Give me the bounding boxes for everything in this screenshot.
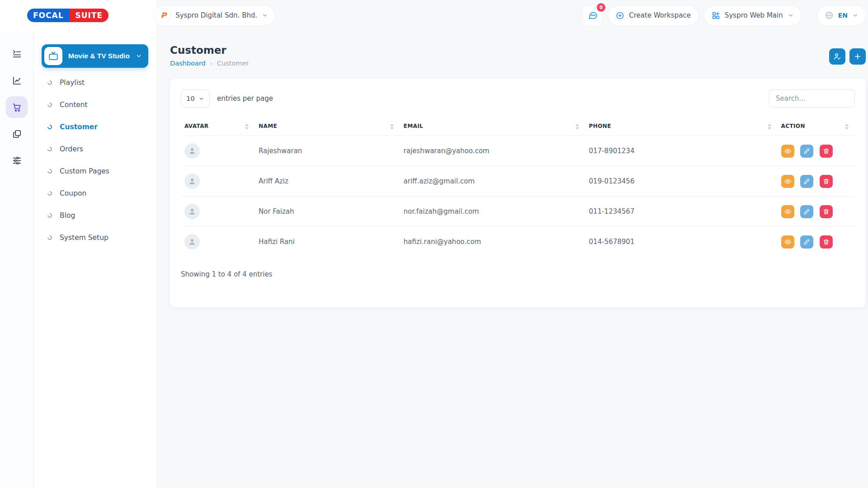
view-button[interactable] [781,175,794,188]
search-input[interactable] [769,89,855,108]
pages-icon[interactable] [6,123,28,145]
view-button[interactable] [781,145,794,158]
delete-button[interactable] [820,175,833,188]
globe-icon [825,11,834,20]
person-icon [188,207,196,216]
topbar-actions: 0 Create Workspace Syspro Web Main EN [582,5,866,26]
sidebar-item-custom-pages[interactable]: Custom Pages [42,160,148,182]
workspace-logo-icon: P [156,8,171,23]
pencil-icon [803,178,810,185]
sort-icon [768,124,771,130]
chevron-down-icon [852,12,859,19]
sidebar-item-playlist[interactable]: Playlist [42,71,148,94]
column-header-email[interactable]: EMAIL [400,118,585,136]
workspace-name: Syspro Digital Sdn. Bhd. [175,11,257,19]
app-selector[interactable]: Syspro Web Main [704,5,802,26]
customer-phone: 011-1234567 [585,197,778,227]
entries-per-page-label: entries per page [217,94,273,103]
delete-button[interactable] [820,235,833,249]
avatar [184,234,200,249]
edit-button[interactable] [800,175,813,188]
bullet-icon [47,234,53,240]
view-button[interactable] [781,205,794,218]
view-button[interactable] [781,235,794,249]
eye-icon [784,208,791,215]
column-header-name[interactable]: NAME [255,118,400,136]
edit-button[interactable] [800,205,813,218]
workspace-selector[interactable]: P Syspro Digital Sdn. Bhd. [153,5,275,26]
sidebar-item-system-setup[interactable]: System Setup [42,226,148,249]
sort-icon [390,124,394,130]
page-actions [829,48,866,65]
analytics-icon[interactable] [6,70,28,91]
playlist-icon[interactable] [6,43,28,65]
add-customer-button[interactable] [849,48,866,65]
breadcrumb-current: Customer [217,60,249,67]
import-customer-button[interactable] [829,48,845,65]
edit-button[interactable] [800,145,813,158]
avatar [184,143,200,159]
person-icon [188,147,196,155]
table-row: Rajeshwaran rajeshwaran@yahoo.com 017-89… [181,136,855,166]
entries-select-value: 10 [186,95,194,102]
customer-name: Nor Faizah [255,197,400,227]
column-header-action[interactable]: ACTION [778,118,855,136]
sort-icon [845,124,849,130]
pencil-icon [803,208,810,215]
column-header-phone[interactable]: PHONE [585,118,778,136]
bullet-icon [47,190,53,196]
create-workspace-label: Create Workspace [629,11,691,19]
sort-icon [576,124,579,130]
column-header-avatar[interactable]: AVATAR [181,118,255,136]
language-code: EN [838,12,848,19]
language-selector[interactable]: EN [817,5,866,26]
breadcrumb: Dashboard › Customer [170,60,249,67]
bullet-icon [47,123,53,130]
sidebar-menu: Playlist Content Customer Orders Custom … [42,71,148,249]
customer-name: Hafizi Rani [255,227,400,257]
customer-phone: 019-0123456 [585,166,778,197]
eye-icon [784,148,791,155]
sidebar-item-coupon[interactable]: Coupon [42,182,148,204]
edit-button[interactable] [800,235,813,249]
delete-button[interactable] [820,145,833,158]
settings-sliders-icon[interactable] [6,150,28,171]
sidebar-item-orders[interactable]: Orders [42,138,148,160]
chat-bubble-icon [587,10,598,21]
eye-icon [784,178,791,185]
entries-per-page-select[interactable]: 10 [181,89,210,108]
customer-table: AVATAR NAME EMAIL PHONE ACTION Rajeshwar… [181,118,855,257]
chevron-down-icon [198,96,204,102]
logo-primary: FOCAL [27,9,70,22]
sidebar-item-customer[interactable]: Customer [42,116,148,138]
eye-icon [784,239,791,245]
bullet-icon [47,168,53,174]
breadcrumb-link-dashboard[interactable]: Dashboard [170,60,206,67]
create-workspace-button[interactable]: Create Workspace [608,5,698,26]
messages-badge: 0 [597,3,605,12]
messages-button[interactable]: 0 [582,5,603,26]
pencil-icon [803,239,810,245]
delete-button[interactable] [820,205,833,218]
plus-icon [854,52,862,61]
logo-secondary: SUITE [70,9,109,22]
cart-icon[interactable] [6,96,28,118]
app-logo: FOCAL SUITE [27,9,108,22]
customer-email: hafizi.rani@yahoo.com [400,227,585,257]
table-footer-status: Showing 1 to 4 of 4 entries [181,270,855,278]
chevron-down-icon [788,12,794,19]
page-title: Customer [170,43,249,57]
plus-circle-icon [616,11,624,20]
sidebar-item-blog[interactable]: Blog [42,204,148,226]
customer-table-card: 10 entries per page AVATAR NAME EMAIL PH… [170,79,866,307]
sidebar: Movie & TV Studio Playlist Content Custo… [34,31,156,488]
table-row: Ariff Aziz ariff.aziz@gmail.com 019-0123… [181,166,855,197]
sidebar-item-content[interactable]: Content [42,94,148,116]
table-row: Hafizi Rani hafizi.rani@yahoo.com 014-56… [181,227,855,257]
icon-rail [0,31,34,488]
bullet-icon [47,212,53,218]
avatar [184,174,200,189]
module-selector-button[interactable]: Movie & TV Studio [42,44,148,68]
customer-name: Rajeshwaran [255,136,400,166]
module-label: Movie & TV Studio [62,52,136,60]
